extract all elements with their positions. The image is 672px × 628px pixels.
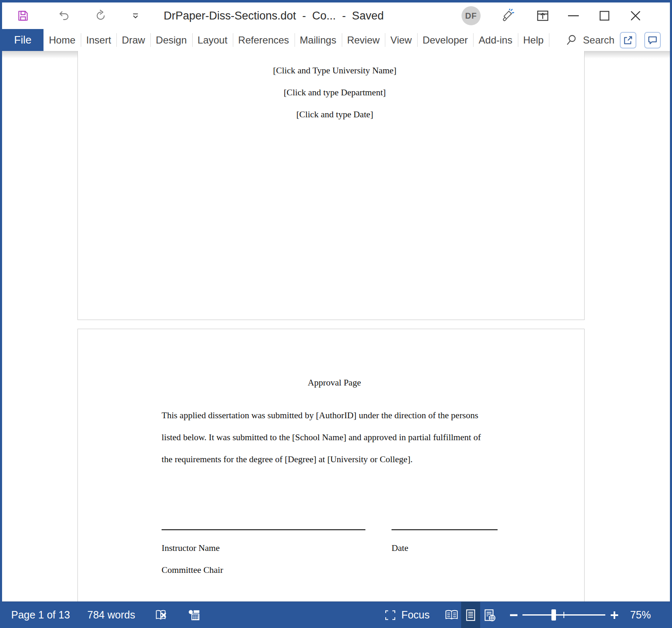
macro-recording-icon bbox=[187, 608, 201, 622]
megaphone-icon bbox=[500, 9, 515, 23]
document-page-1[interactable]: [Click and Type University Name] [Click … bbox=[77, 51, 585, 320]
close-icon bbox=[631, 11, 641, 21]
paragraph-line[interactable]: the requirements for the degree of [Degr… bbox=[162, 449, 481, 470]
undo-icon bbox=[58, 10, 70, 22]
title-page-lines: [Click and Type University Name] [Click … bbox=[167, 60, 503, 126]
zoom-out-button[interactable] bbox=[510, 614, 517, 616]
status-bar: Page 1 of 13 784 words bbox=[2, 601, 670, 628]
tab-review[interactable]: Review bbox=[342, 29, 385, 51]
tab-references[interactable]: References bbox=[233, 29, 295, 51]
search-icon bbox=[566, 34, 577, 46]
redo-button[interactable] bbox=[91, 6, 111, 26]
proofing-errors-button[interactable] bbox=[154, 608, 168, 622]
zoom-slider[interactable] bbox=[522, 614, 605, 616]
tab-divider bbox=[549, 33, 549, 47]
maximize-icon bbox=[599, 11, 609, 21]
window-title: DrPaper-Diss-Sections.dot - Co... - Save… bbox=[164, 2, 384, 29]
ribbon-actions bbox=[620, 29, 670, 51]
minimize-button[interactable] bbox=[563, 6, 583, 26]
maximize-button[interactable] bbox=[595, 6, 614, 26]
tab-file[interactable]: File bbox=[2, 29, 44, 51]
read-mode-button[interactable] bbox=[442, 602, 461, 628]
web-layout-button[interactable] bbox=[480, 602, 499, 628]
comments-button[interactable] bbox=[644, 32, 661, 48]
print-layout-icon bbox=[465, 609, 476, 622]
redo-icon bbox=[94, 10, 107, 22]
instructor-signature-line[interactable] bbox=[162, 529, 365, 530]
zoom-in-button[interactable] bbox=[610, 611, 619, 619]
minimize-icon bbox=[568, 15, 579, 17]
coming-soon-button[interactable] bbox=[498, 6, 517, 26]
status-right: Focus bbox=[384, 602, 670, 628]
document-page-2[interactable]: Approval Page This applied dissertation … bbox=[77, 329, 585, 601]
avatar[interactable]: DF bbox=[462, 6, 481, 25]
word-count[interactable]: 784 words bbox=[87, 609, 135, 621]
quick-access-more-button[interactable] bbox=[126, 6, 145, 26]
proofing-book-x-icon bbox=[154, 608, 168, 622]
tab-draw[interactable]: Draw bbox=[116, 29, 150, 51]
focus-label: Focus bbox=[401, 609, 430, 621]
macro-recording-button[interactable] bbox=[187, 608, 201, 622]
word-window: DrPaper-Diss-Sections.dot - Co... - Save… bbox=[0, 0, 672, 628]
zoom-plus-icon bbox=[610, 611, 619, 619]
instructor-name-label[interactable]: Instructor Name bbox=[162, 537, 220, 559]
undo-button[interactable] bbox=[54, 6, 74, 26]
date-signature-line[interactable] bbox=[392, 529, 498, 530]
tab-mailings[interactable]: Mailings bbox=[295, 29, 342, 51]
committee-chair-label[interactable]: Committee Chair bbox=[162, 559, 223, 581]
ribbon-display-options-icon bbox=[536, 9, 549, 22]
approval-page-heading[interactable]: Approval Page bbox=[162, 372, 507, 394]
tab-help[interactable]: Help bbox=[518, 29, 549, 51]
paragraph-line[interactable]: listed below. It was submitted to the [S… bbox=[162, 427, 481, 449]
search-button[interactable]: Search bbox=[566, 29, 614, 51]
tab-design[interactable]: Design bbox=[150, 29, 192, 51]
zoom-slider-handle[interactable] bbox=[551, 609, 556, 621]
date-label[interactable]: Date bbox=[392, 537, 409, 559]
read-mode-icon bbox=[444, 609, 459, 621]
document-area: [Click and Type University Name] [Click … bbox=[2, 51, 670, 601]
status-left: Page 1 of 13 784 words bbox=[2, 608, 201, 622]
approval-heading-wrap: Approval Page bbox=[162, 372, 507, 394]
zoom-level[interactable]: 75% bbox=[630, 609, 651, 621]
tab-view[interactable]: View bbox=[385, 29, 417, 51]
close-button[interactable] bbox=[626, 6, 645, 26]
title-bar: DrPaper-Diss-Sections.dot - Co... - Save… bbox=[2, 2, 670, 29]
chevron-down-icon bbox=[131, 11, 140, 21]
tab-home[interactable]: Home bbox=[44, 29, 81, 51]
print-layout-button[interactable] bbox=[461, 602, 480, 628]
share-icon bbox=[623, 35, 633, 46]
university-name-line[interactable]: [Click and Type University Name] bbox=[167, 60, 503, 82]
web-layout-icon bbox=[483, 609, 496, 622]
department-line[interactable]: [Click and type Department] bbox=[167, 82, 503, 104]
focus-icon bbox=[384, 609, 396, 621]
tab-add-ins[interactable]: Add-ins bbox=[473, 29, 517, 51]
tab-layout[interactable]: Layout bbox=[192, 29, 233, 51]
comment-icon bbox=[647, 35, 658, 46]
share-button[interactable] bbox=[620, 32, 636, 48]
save-button[interactable] bbox=[13, 6, 33, 26]
paragraph-line[interactable]: This applied dissertation was submitted … bbox=[162, 405, 481, 427]
zoom-center-tick bbox=[563, 612, 564, 618]
tab-insert[interactable]: Insert bbox=[81, 29, 116, 51]
focus-mode-button[interactable]: Focus bbox=[384, 609, 430, 621]
tab-developer[interactable]: Developer bbox=[417, 29, 473, 51]
ribbon-display-options-button[interactable] bbox=[533, 6, 553, 26]
page-indicator[interactable]: Page 1 of 13 bbox=[11, 609, 70, 621]
search-label: Search bbox=[583, 34, 614, 46]
save-icon bbox=[17, 10, 29, 22]
ribbon-tab-row: File Home Insert Draw Design Layout Refe… bbox=[2, 29, 670, 51]
date-line[interactable]: [Click and type Date] bbox=[167, 104, 503, 126]
approval-paragraph: This applied dissertation was submitted … bbox=[162, 405, 481, 470]
zoom-minus-icon bbox=[510, 614, 517, 616]
